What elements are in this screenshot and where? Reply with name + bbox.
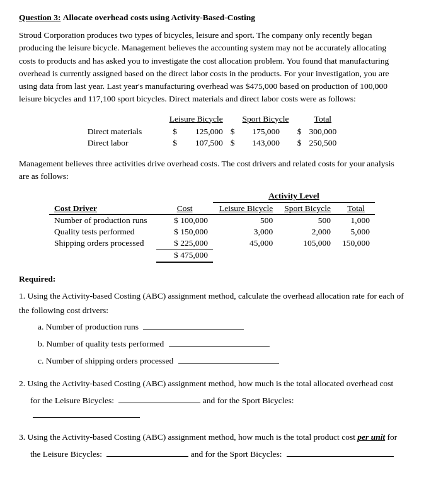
item3-text: 3. Using the Activity-based Costing (ABC… bbox=[19, 430, 405, 445]
item1-text: 1. Using the Activity-based Costing (ABC… bbox=[19, 289, 405, 318]
activity-row-1: Quality tests performed $ 150,000 3,000 … bbox=[49, 226, 375, 238]
sub-item-a: a. Number of production runs bbox=[38, 318, 405, 335]
question-header: Question 3: Allocate overhead costs usin… bbox=[19, 13, 405, 23]
required-section: Required: 1. Using the Activity-based Co… bbox=[19, 274, 405, 462]
sport-header: Sport Bicycle bbox=[239, 113, 293, 126]
item3-number: 3. bbox=[19, 432, 25, 442]
dm-sym3: $ bbox=[292, 126, 305, 137]
activity-leisure-0: 500 bbox=[213, 215, 278, 227]
activity-leisure-2: 45,000 bbox=[213, 238, 278, 249]
item2-continuation: for the Leisure Bicycles: and for the Sp… bbox=[30, 394, 405, 423]
sub-c-letter: c. bbox=[38, 356, 43, 365]
cost-table-wrapper: Leisure Bicycle Sport Bicycle Total Dire… bbox=[19, 113, 405, 149]
item3-sport-label: and for the Sport Bicycles: bbox=[191, 449, 284, 459]
activity-cost-2: $ 225,000 bbox=[156, 238, 213, 249]
activity-sport-1: 2,000 bbox=[278, 226, 336, 238]
item3-body: Using the Activity-based Costing (ABC) a… bbox=[28, 432, 358, 442]
activity-driver-2: Shipping orders processed bbox=[49, 238, 156, 249]
item2-leisure-label: for the Leisure Bicycles: bbox=[30, 396, 116, 405]
cost-table: Leisure Bicycle Sport Bicycle Total Dire… bbox=[84, 113, 341, 149]
dl-val3: 250,500 bbox=[305, 137, 340, 149]
sub-c-fill bbox=[178, 363, 279, 364]
required-label: Required: bbox=[19, 274, 405, 284]
item3-continuation: the Leisure Bicycles: and for the Sport … bbox=[30, 447, 405, 462]
activity-total-2: 150,000 bbox=[336, 238, 375, 249]
question-label: Question 3: bbox=[19, 13, 60, 22]
sub-item-c: c. Number of shipping orders processed bbox=[38, 352, 405, 369]
leisure-header: Leisure Bicycle bbox=[166, 113, 227, 126]
total-header: Total bbox=[305, 113, 340, 126]
item2-text: 2. Using the Activity-based Costing (ABC… bbox=[19, 377, 405, 391]
required-item-1: 1. Using the Activity-based Costing (ABC… bbox=[19, 289, 405, 369]
sub-a-text: Number of production runs bbox=[46, 322, 141, 331]
activity-level-label: Activity Level bbox=[213, 190, 375, 203]
activity-sport-2: 105,000 bbox=[278, 238, 336, 249]
sub-a-letter: a. bbox=[38, 322, 43, 331]
sub-b-fill bbox=[169, 346, 270, 346]
dm-val1: 125,000 bbox=[181, 126, 227, 137]
item2-number: 2. bbox=[19, 379, 25, 388]
cost-table-header-row: Leisure Bicycle Sport Bicycle Total bbox=[84, 113, 341, 126]
activity-level-header: Activity Level bbox=[49, 190, 375, 203]
item2-leisure-fill bbox=[118, 403, 200, 403]
question-title: Allocate overhead costs using Activity-B… bbox=[63, 13, 255, 22]
sub-item-b: b. Number of quality tests performed bbox=[38, 335, 405, 352]
activity-driver-0: Number of production runs bbox=[49, 215, 156, 227]
item1-body: Using the Activity-based Costing (ABC) a… bbox=[19, 291, 404, 315]
item1-number: 1. bbox=[19, 291, 25, 301]
col-total: Total bbox=[336, 203, 375, 215]
direct-labor-label: Direct labor bbox=[84, 137, 166, 149]
direct-labor-row: Direct labor $ 107,500 $ 143,000 $ 250,5… bbox=[84, 137, 341, 149]
activity-cost-0: $ 100,000 bbox=[156, 215, 213, 227]
sub-b-text: Number of quality tests performed bbox=[47, 339, 166, 348]
activity-col-headers: Cost Driver Cost Leisure Bicycle Sport B… bbox=[49, 203, 375, 215]
item3-leisure-fill bbox=[106, 456, 188, 457]
activity-total-0: 1,000 bbox=[336, 215, 375, 227]
col-cost-driver: Cost Driver bbox=[49, 203, 156, 215]
activity-cost-1: $ 150,000 bbox=[156, 226, 213, 238]
required-item-3: 3. Using the Activity-based Costing (ABC… bbox=[19, 430, 405, 462]
activity-sport-0: 500 bbox=[278, 215, 336, 227]
item3-per-unit: per unit bbox=[357, 432, 385, 442]
intro-paragraph: Stroud Corporation produces two types of… bbox=[19, 29, 405, 106]
item2-body: Using the Activity-based Costing (ABC) a… bbox=[28, 379, 394, 388]
sub-a-fill bbox=[143, 329, 244, 329]
col-cost: Cost bbox=[156, 203, 213, 215]
activity-row-total: $ 475,000 bbox=[49, 249, 375, 262]
activity-driver-1: Quality tests performed bbox=[49, 226, 156, 238]
dl-sym3: $ bbox=[292, 137, 305, 149]
item2-sport-label: and for the Sport Bicycles: bbox=[203, 396, 294, 405]
dm-val3: 300,000 bbox=[305, 126, 340, 137]
item3-body2: for bbox=[387, 432, 398, 442]
item3-leisure-label: the Leisure Bicycles: bbox=[30, 449, 104, 459]
dl-val2: 143,000 bbox=[239, 137, 284, 149]
dm-val2: 175,000 bbox=[239, 126, 284, 137]
activity-leisure-1: 3,000 bbox=[213, 226, 278, 238]
activity-intro: Management believes three activities dri… bbox=[19, 158, 405, 183]
activity-table-wrapper: Activity Level Cost Driver Cost Leisure … bbox=[19, 190, 405, 263]
col-leisure: Leisure Bicycle bbox=[213, 203, 278, 215]
direct-materials-row: Direct materials $ 125,000 $ 175,000 $ 3… bbox=[84, 126, 341, 137]
item3-sport-fill bbox=[287, 456, 394, 457]
activity-table: Activity Level Cost Driver Cost Leisure … bbox=[49, 190, 375, 263]
dl-sym2: $ bbox=[227, 137, 239, 149]
dl-sym1: $ bbox=[166, 137, 181, 149]
item2-sport-fill bbox=[33, 417, 140, 418]
required-item-2: 2. Using the Activity-based Costing (ABC… bbox=[19, 377, 405, 423]
dm-sym2: $ bbox=[227, 126, 239, 137]
dl-val1: 107,500 bbox=[181, 137, 227, 149]
dm-sym1: $ bbox=[166, 126, 181, 137]
activity-row-0: Number of production runs $ 100,000 500 … bbox=[49, 215, 375, 227]
col-sport: Sport Bicycle bbox=[278, 203, 336, 215]
direct-materials-label: Direct materials bbox=[84, 126, 166, 137]
activity-row-2: Shipping orders processed $ 225,000 45,0… bbox=[49, 238, 375, 249]
sub-b-letter: b. bbox=[38, 339, 44, 348]
activity-grand-total: $ 475,000 bbox=[156, 249, 213, 262]
activity-total-1: 5,000 bbox=[336, 226, 375, 238]
sub-c-text: Number of shipping orders processed bbox=[46, 356, 176, 365]
